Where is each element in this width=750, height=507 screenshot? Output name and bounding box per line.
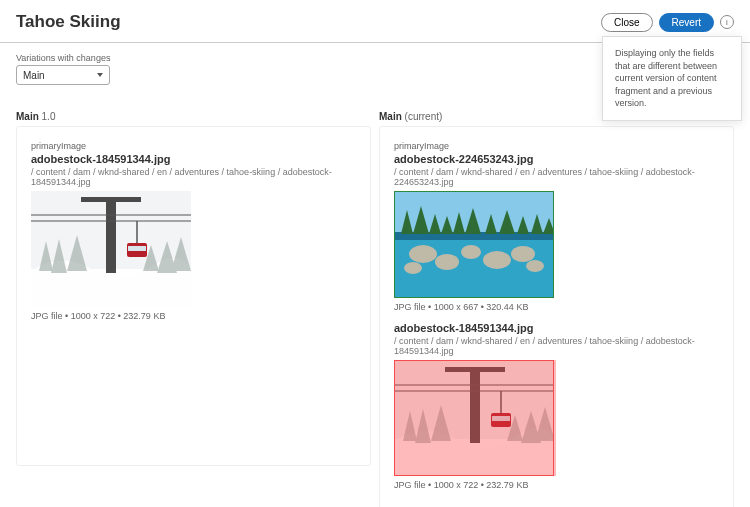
filename: adobestock-184591344.jpg	[31, 153, 356, 165]
info-tooltip: Displaying only the fields that are diff…	[602, 36, 742, 121]
thumbnail-lake	[394, 191, 554, 298]
asset-path: / content / dam / wknd-shared / en / adv…	[394, 167, 719, 187]
revert-button[interactable]: Revert	[659, 13, 714, 32]
thumbnail-ski	[31, 191, 191, 307]
column-previous-name: Main	[16, 111, 39, 122]
column-previous-version: 1.0	[42, 111, 56, 122]
page-title: Tahoe Skiing	[16, 12, 121, 32]
card-previous: primaryImage adobestock-184591344.jpg / …	[16, 126, 371, 466]
asset-meta: JPG file • 1000 x 667 • 320.44 KB	[394, 302, 719, 312]
column-previous: Main 1.0 primaryImage adobestock-1845913…	[16, 111, 371, 507]
removed-overlay	[394, 360, 556, 476]
asset-meta: JPG file • 1000 x 722 • 232.79 KB	[31, 311, 356, 321]
tooltip-text: Displaying only the fields that are diff…	[615, 48, 717, 108]
column-previous-head: Main 1.0	[16, 111, 371, 122]
select-value: Main	[23, 70, 45, 81]
column-current: Main (current) primaryImage adobestock-2…	[379, 111, 734, 507]
filename: adobestock-184591344.jpg	[394, 322, 719, 334]
asset-path: / content / dam / wknd-shared / en / adv…	[31, 167, 356, 187]
filename: adobestock-224653243.jpg	[394, 153, 719, 165]
asset-path: / content / dam / wknd-shared / en / adv…	[394, 336, 719, 356]
variations-select[interactable]: Main	[16, 65, 110, 85]
asset-meta: JPG file • 1000 x 722 • 232.79 KB	[394, 480, 719, 490]
field-label: primaryImage	[394, 141, 719, 151]
compare-columns: Main 1.0 primaryImage adobestock-1845913…	[0, 85, 750, 507]
field-label: primaryImage	[31, 141, 356, 151]
header-actions: Close Revert i	[601, 13, 734, 32]
column-current-name: Main	[379, 111, 402, 122]
card-current: primaryImage adobestock-224653243.jpg / …	[379, 126, 734, 507]
info-icon[interactable]: i	[720, 15, 734, 29]
column-current-version: (current)	[405, 111, 443, 122]
close-button[interactable]: Close	[601, 13, 653, 32]
